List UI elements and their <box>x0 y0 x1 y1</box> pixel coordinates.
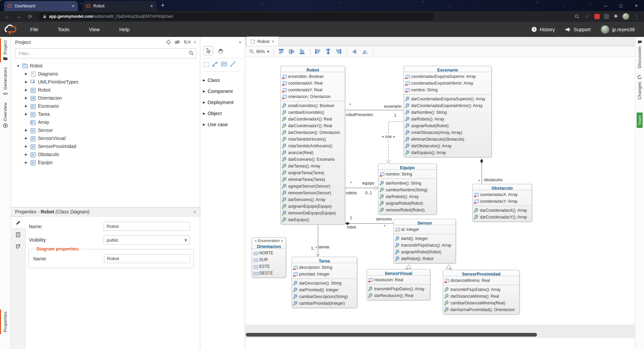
rail-tab-team[interactable]: Team <box>635 109 644 131</box>
uml-operation[interactable]: darSensores(): Array <box>281 196 345 203</box>
browser-tab-robot[interactable]: Robot × <box>83 1 156 11</box>
close-icon[interactable]: × <box>272 39 274 44</box>
uml-operation[interactable]: darRobot(): Robot <box>394 255 455 262</box>
uml-class-Obstaculo[interactable]: ObstaculocoordenadasX: ArraycoordenadasY… <box>472 184 532 222</box>
locate-target-icon[interactable] <box>166 40 171 45</box>
extensions-puzzle-icon[interactable] <box>613 14 619 19</box>
uml-operation[interactable]: asignarAEquipo(Equipo) <box>281 203 345 210</box>
name-field[interactable] <box>104 222 190 231</box>
uml-attribute[interactable]: coordenadasX: Array <box>473 191 532 198</box>
uml-literal[interactable]: OESTE <box>252 270 286 277</box>
uml-operation[interactable]: darResolucion(): Real <box>367 292 430 299</box>
uml-attribute[interactable]: nombre: String <box>404 87 491 93</box>
align-middle-button[interactable] <box>288 48 296 55</box>
edge-label-mult-robotPresentes-star[interactable]: * <box>349 103 351 107</box>
section-expand-icon[interactable]: ▶ <box>203 90 205 93</box>
uml-operation[interactable]: transmitirFlujoDatos(): Array <box>394 242 455 249</box>
rail-tab-properties[interactable]: Properties <box>0 308 11 336</box>
align-center-button[interactable] <box>325 48 332 55</box>
uml-operation[interactable]: asignarARobot(Robot) <box>394 249 455 255</box>
tree-expand-icon[interactable]: ▶ <box>24 137 29 140</box>
tree-expand-icon[interactable]: ▶ <box>24 145 29 148</box>
uml-operation[interactable]: transmitirFlujoDatos(): Array <box>367 286 430 292</box>
uml-operation[interactable]: darRobots(): Array <box>378 193 436 200</box>
edge-label-role-obstaculos[interactable]: obstaculos <box>484 178 503 182</box>
section-expand-icon[interactable]: ▶ <box>203 123 205 126</box>
uml-operation[interactable]: darNombre(): String <box>378 180 436 187</box>
uml-literal[interactable]: NORTE <box>252 250 286 256</box>
uml-attribute[interactable]: coordenadaX: Real <box>281 80 345 87</box>
uml-class-SensorVisual[interactable]: SensorVisualresolucion: RealtransmitirFl… <box>367 269 430 300</box>
extension-icon-dark[interactable] <box>604 14 609 19</box>
select-tool[interactable] <box>204 46 213 55</box>
edge-label-mult-sensores-star[interactable]: * <box>384 224 385 229</box>
rail-tab-discussion[interactable]: Discussion <box>635 37 644 71</box>
tree-item-Sensor[interactable]: ▶Sensor <box>11 126 200 134</box>
window-minimize-button[interactable]: — <box>598 0 613 11</box>
uml-operation[interactable]: darOrientacion(): Orientacion <box>281 129 345 136</box>
uml-class-Robot[interactable]: Robotencendido: BooleancoordenadaX: Real… <box>280 66 345 225</box>
align-right-button[interactable] <box>335 48 342 55</box>
uml-operation[interactable]: eliminarTarea(Tarea) <box>281 176 345 183</box>
uml-literal[interactable]: ESTE <box>252 263 286 270</box>
forward-icon[interactable]: → <box>15 13 22 19</box>
uml-operation[interactable]: cambiarNombre(String) <box>378 187 436 193</box>
tree-item-Tarea[interactable]: ▶Tarea <box>11 110 200 118</box>
link-tool[interactable] <box>230 61 235 68</box>
uml-attribute[interactable]: resolucion: Real <box>367 277 430 283</box>
uml-operation[interactable]: darCoordenadaY(): Real <box>281 122 345 129</box>
edge-label-role-equipo[interactable]: equipo <box>362 181 374 186</box>
hide-eye-slash-icon[interactable] <box>174 40 180 44</box>
uml-class-Tarea[interactable]: Tareadescripcion: Stringprioridad: Integ… <box>291 257 357 308</box>
tree-expand-icon[interactable]: ▼ <box>16 64 20 68</box>
section-expand-icon[interactable]: ▶ <box>203 101 205 104</box>
tree-item-Orientacion[interactable]: ▶Orientacion <box>11 94 200 102</box>
use-dependency-escenario-equipo[interactable] <box>388 121 406 160</box>
uml-operation[interactable]: asignarRobot(Robot) <box>378 200 436 207</box>
uml-operation[interactable]: darId(): Integer <box>394 235 455 242</box>
edge-label-use-label[interactable]: « use » <box>381 134 396 139</box>
uml-attribute[interactable]: coordenadasY: Array <box>473 198 532 205</box>
edge-label-mult-escenario-1[interactable]: 1 <box>394 113 396 118</box>
properties-tab-edit[interactable] <box>11 216 25 229</box>
tree-expand-icon[interactable]: ▶ <box>24 153 29 156</box>
editor-tab-robot[interactable]: Robot × <box>247 37 279 46</box>
uml-attribute[interactable]: distanciaMinima: Real <box>443 277 519 284</box>
uml-operation[interactable]: cambiarDistanciaMinima(Real) <box>443 300 519 306</box>
uml-class-SensorProximidad[interactable]: SensorProximidaddistanciaMinima: Realtra… <box>443 270 520 314</box>
user-menu[interactable]: jp.reyes39 <box>601 25 635 34</box>
filter-input[interactable] <box>15 48 197 58</box>
rail-tab-generators[interactable]: Generators </> <box>0 64 11 99</box>
uml-operation[interactable]: rotarSentidoHorario() <box>281 136 345 143</box>
collapse-panel-icon[interactable]: ‹ <box>194 39 196 45</box>
uml-operation[interactable]: darRobots(): Array <box>404 116 491 122</box>
align-bottom-button[interactable] <box>299 48 306 55</box>
edge-label-role-tareas[interactable]: tareas <box>318 245 329 249</box>
edge-label-role-robots[interactable]: robots <box>346 191 357 195</box>
uml-attribute[interactable]: prioridad: Integer <box>292 271 357 278</box>
uml-operation[interactable]: cambiarDescripcion(String) <box>292 293 357 300</box>
rail-tab-changes[interactable]: Changes <box>635 71 644 103</box>
collapse-properties-icon[interactable]: ‹ <box>194 208 196 215</box>
uml-attribute[interactable]: id: Integer <box>394 226 455 233</box>
uml-operation[interactable]: darEquipo() <box>281 216 345 223</box>
tree-item-Robot[interactable]: ▼Robot <box>11 62 200 70</box>
uml-operation[interactable]: darDescripcion(): String <box>292 280 357 287</box>
uml-operation[interactable]: eliminarObstaculo(Obstaculo) <box>404 136 491 143</box>
uml-attribute[interactable]: descripcion: String <box>292 264 357 271</box>
uml-operation[interactable]: darPrioridad(): Integer <box>292 287 357 293</box>
zoom-control[interactable]: 90% ▾ <box>249 49 269 54</box>
edge-label-mult-equipo-01[interactable]: 0..1 <box>365 191 372 195</box>
properties-tab-documentation[interactable] <box>11 229 25 241</box>
rail-tab-project[interactable]: Project <box>0 37 11 64</box>
bookmark-star-icon[interactable]: ☆ <box>584 14 590 19</box>
uml-operation[interactable]: darCoordenadasY(): Array <box>473 214 532 220</box>
palette-section-object[interactable]: ▶Object <box>203 108 242 119</box>
tree-expand-icon[interactable]: ▶ <box>24 88 29 92</box>
tree-expand-icon[interactable]: ▶ <box>24 80 29 84</box>
uml-operation[interactable]: darTareas(): Array <box>281 163 345 169</box>
edge-label-mult-obstaculos-star[interactable]: * <box>478 179 480 184</box>
edge-label-role-robotPresentes[interactable]: robotPresentes <box>346 112 373 117</box>
reload-icon[interactable]: ⟳ <box>27 13 34 20</box>
url-input[interactable]: app.genmymodel.com/editor/edit/_PjaDAKa2… <box>38 12 434 20</box>
